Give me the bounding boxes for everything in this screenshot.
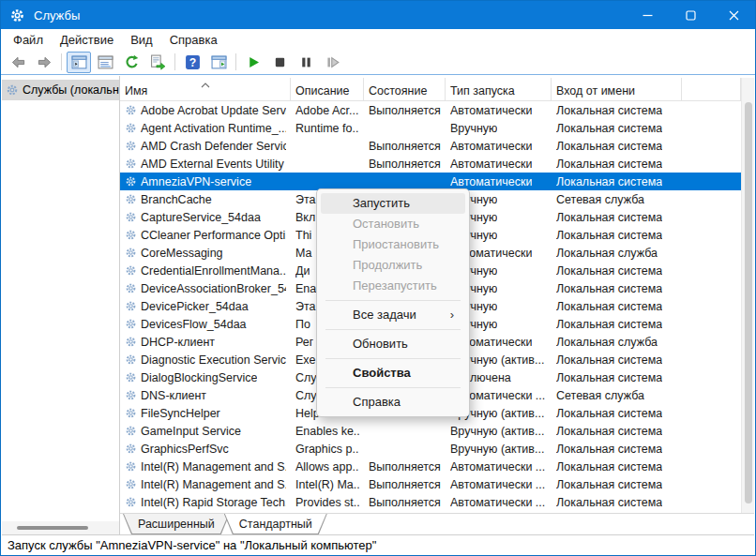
close-button[interactable] <box>712 1 755 29</box>
service-row[interactable]: Adobe Acrobat Update Serv...Adobe Acr...… <box>120 101 741 119</box>
logon-text: Локальная система <box>556 478 662 491</box>
cell-status: Выполняется <box>364 493 446 511</box>
cell-name: CCleaner Performance Opti... <box>120 226 291 244</box>
menu-item-label: Все задачи <box>353 308 416 322</box>
show-console-tree-button[interactable] <box>67 52 91 73</box>
cell-name: Intel(R) Rapid Storage Tech... <box>120 493 291 511</box>
scrollbar-thumb[interactable] <box>745 102 752 503</box>
caption-buttons <box>626 1 755 29</box>
stop-service-button[interactable] <box>267 52 292 73</box>
startup-text: Автоматически ... <box>450 478 545 491</box>
service-gear-icon <box>125 353 137 366</box>
start-service-button[interactable] <box>241 52 265 73</box>
service-gear-icon <box>125 104 137 116</box>
cell-name: Adobe Acrobat Update Serv... <box>120 101 291 119</box>
export-list-button[interactable] <box>145 52 170 73</box>
scrollbar-thumb[interactable] <box>17 526 88 530</box>
name-text: DHCP-клиент <box>141 336 215 349</box>
context-menu-item-help[interactable]: Справка <box>321 392 465 413</box>
console-tree-pane: Службы (локальные) <box>2 76 120 534</box>
name-text: Agent Activation Runtime_... <box>141 122 286 135</box>
logon-text: Локальная система <box>556 443 662 456</box>
cell-name: Agent Activation Runtime_... <box>120 119 291 137</box>
desc-text: Ди <box>295 264 310 278</box>
cell-logon: Локальная система <box>552 297 682 315</box>
cell-name: Intel(R) Management and S... <box>120 458 291 475</box>
service-row[interactable]: Agent Activation Runtime_...Runtime fo..… <box>120 119 741 137</box>
help-button[interactable]: ? <box>180 52 204 73</box>
arrow-right-icon <box>37 54 53 70</box>
service-gear-icon <box>125 496 137 508</box>
service-row[interactable]: GraphicsPerfSvcGraphics p...Вручную (акт… <box>120 440 741 458</box>
properties-button[interactable] <box>93 52 117 73</box>
context-menu-item-all-tasks[interactable]: Все задачи› <box>321 305 465 325</box>
logon-text: Локальная служба <box>556 247 658 260</box>
name-text: GameInput Service <box>141 425 241 438</box>
refresh-button[interactable] <box>119 52 144 73</box>
maximize-icon <box>686 10 696 21</box>
context-menu-item-refresh[interactable]: Обновить <box>321 334 465 354</box>
status-text: Выполняется <box>369 496 441 509</box>
tab-extended[interactable]: Расширенный <box>123 514 230 534</box>
column-header-0[interactable]: Имя <box>120 78 291 100</box>
tree-item-services-local[interactable]: Службы (локальные) <box>2 80 119 100</box>
logon-text: Локальная система <box>556 122 662 135</box>
column-header-4[interactable]: Вход от имени <box>552 78 682 100</box>
column-label: Тип запуска <box>450 84 515 98</box>
cell-status <box>364 119 446 137</box>
status-text: Выполняется <box>369 460 441 473</box>
cell-name: Intel(R) Management and S... <box>120 475 291 493</box>
restart-service-button[interactable] <box>320 52 344 73</box>
context-menu-item-start[interactable]: Запустить <box>321 193 465 214</box>
name-text: Intel(R) Rapid Storage Tech... <box>141 496 286 509</box>
logon-text: Локальная система <box>556 140 662 153</box>
service-row[interactable]: Intel(R) Management and S...Intel(R) Ma.… <box>120 475 741 493</box>
titlebar: Службы <box>1 1 755 29</box>
maximize-button[interactable] <box>669 1 712 29</box>
menu-view[interactable]: Вид <box>122 31 161 49</box>
service-row[interactable]: Intel(R) Management and S...Allows app..… <box>120 458 741 475</box>
toolbar-separator <box>174 53 175 70</box>
pause-icon <box>298 54 314 70</box>
cell-startup: Автоматически <box>446 101 552 119</box>
desc-text: Allows app... <box>295 460 359 473</box>
tab-standard[interactable]: Стандартный <box>224 514 327 534</box>
cell-logon: Локальная система <box>552 368 682 386</box>
service-gear-icon <box>125 300 137 312</box>
sidebar-horizontal-scrollbar[interactable] <box>2 521 119 534</box>
tree-item-label: Службы (локальные) <box>23 83 119 97</box>
menu-item-label: Обновить <box>353 337 408 351</box>
startup-text: Автоматически <box>450 158 532 171</box>
cell-name: Diagnostic Execution Service <box>120 351 291 368</box>
service-row[interactable]: GameInput ServiceEnables ke...Вручную (а… <box>120 422 741 440</box>
cell-logon: Локальная система <box>552 208 682 226</box>
column-label: Вход от имени <box>556 84 635 98</box>
vertical-scrollbar[interactable] <box>741 78 754 513</box>
service-row[interactable]: AMD Crash Defender ServiceВыполняетсяАвт… <box>120 137 741 155</box>
cell-logon: Локальная система <box>552 226 682 244</box>
cell-logon: Локальная система <box>552 404 682 422</box>
cell-name: DNS-клиент <box>120 386 291 404</box>
tab-label: Расширенный <box>123 514 230 531</box>
status-text: Выполняется <box>369 140 441 153</box>
minimize-button[interactable] <box>626 1 669 29</box>
context-menu-item-properties[interactable]: Свойства <box>321 363 465 383</box>
menu-help[interactable]: Справка <box>161 31 226 49</box>
desc-text: Exe <box>295 353 316 367</box>
desc-text: Рег <box>295 336 313 349</box>
menu-file[interactable]: Файл <box>5 31 52 49</box>
startup-text: Вручную (актив... <box>450 425 544 438</box>
column-header-1[interactable]: Описание <box>291 78 364 100</box>
menu-action[interactable]: Действие <box>52 31 122 49</box>
column-header-2[interactable]: Состояние <box>364 78 446 100</box>
service-row[interactable]: AMD External Events UtilityВыполняетсяАв… <box>120 155 741 173</box>
name-text: AmneziaVPN-service <box>141 175 251 188</box>
service-gear-icon <box>125 443 137 455</box>
column-header-3[interactable]: Тип запуска <box>446 78 552 100</box>
service-row[interactable]: Intel(R) Rapid Storage Tech...Provides s… <box>120 493 741 511</box>
show-action-pane-button[interactable] <box>206 52 231 73</box>
forward-button[interactable] <box>32 52 56 73</box>
back-button[interactable] <box>6 52 30 73</box>
desc-text: Ena <box>295 282 316 295</box>
pause-service-button[interactable] <box>294 52 318 73</box>
